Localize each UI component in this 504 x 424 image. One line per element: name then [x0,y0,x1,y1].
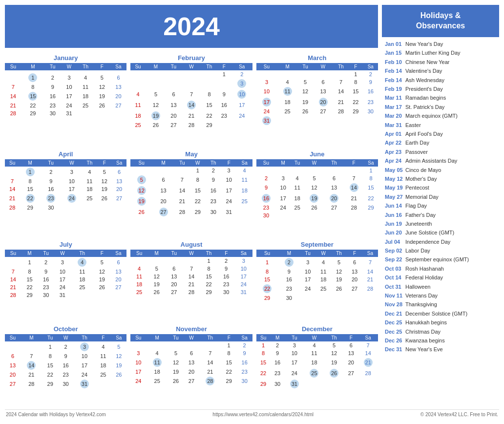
day-cell: 19 [331,276,347,283]
day-cell [271,389,285,391]
holiday-item: Jul 04Independence Day [384,237,497,246]
day-cell: 18 [71,276,94,283]
day-cell: 7 [183,265,200,273]
day-cell [200,296,218,298]
month-march: MarchSuMTuWThFSa123456789101112131415161… [256,53,378,145]
day-cell: 12 [94,268,110,276]
day-cell [190,217,206,219]
day-cell: 3 [130,349,146,357]
day-cell: 4 [130,265,148,273]
day-cell: 14 [5,185,20,193]
holiday-item: Oct 03Rosh Hashanah [384,264,497,273]
holiday-date: Oct 14 [385,274,403,281]
day-cell [112,204,126,212]
day-cell: 12 [298,86,313,97]
day-cell: 14 [334,86,348,97]
holiday-item: Sep 02Labor Day [384,247,497,255]
day-cell: 16 [58,360,74,371]
month-title: October [5,324,126,334]
day-cell [168,341,184,349]
footer-center: https://www.vertex42.com/calendars/2024.… [212,412,314,417]
day-cell: 18 [237,185,252,196]
day-cell: 24 [74,371,96,379]
day-cell: 26 [148,288,166,296]
day-cell: 25 [82,193,97,204]
day-cell [41,212,62,213]
month-july: JulySuMTuWThFSa1234567891011121314151617… [5,239,126,320]
day-cell: 29 [20,204,41,212]
day-cell: 13 [112,177,126,185]
day-cell [5,299,21,301]
day-cell: 12 [111,352,126,360]
day-cell: 16 [217,273,235,280]
day-cell: 9 [206,174,221,185]
day-cell: 23 [58,371,74,379]
day-cell: 17 [235,273,252,280]
day-cell: 11 [315,268,331,276]
holiday-name: Thanksgiving [405,301,437,308]
day-cell: 30 [363,107,378,115]
day-cell: 30 [58,379,74,389]
day-cell: 7 [358,341,378,349]
holiday-item: Dec 21December Solstice (GMT) [384,309,497,318]
day-cell: 2 [44,72,61,83]
day-cell: 6 [324,174,344,182]
day-cell: 3 [276,174,290,182]
day-cell: 22 [42,371,58,379]
holidays-header: Holidays &Observances [382,5,499,37]
holiday-item: Mar 31Easter [384,121,497,129]
day-cell: 31 [221,207,237,217]
holiday-item: Dec 31New Year's Eve [384,345,497,354]
day-cell: 1 [348,70,363,78]
day-cell [347,294,362,302]
day-cell: 11 [277,86,298,97]
day-cell: 11 [71,268,94,276]
day-cell: 27 [110,283,127,291]
holiday-date: Oct 31 [385,283,403,291]
day-cell: 9 [44,83,61,91]
day-cell: 28 [334,107,348,115]
day-cell: 10 [54,268,71,276]
day-cell: 16 [237,357,252,368]
day-cell [217,78,231,89]
day-cell: 31 [54,291,71,299]
day-cell [313,115,334,126]
day-cell: 27 [324,204,344,212]
day-cell: 24 [300,283,315,294]
day-cell [130,167,152,174]
holiday-date: Sep 02 [385,247,403,254]
holiday-date: Mar 17 [385,104,403,111]
day-cell [130,296,148,298]
day-cell: 7 [344,174,364,182]
day-cell [21,341,42,352]
day-cell: 31 [256,115,277,126]
holiday-name: Father's Day [405,212,436,219]
day-cell: 29 [21,109,44,117]
day-cell: 14 [199,357,221,368]
day-cell: 22 [221,368,237,376]
day-cell: 16 [41,185,62,193]
day-cell: 7 [199,349,221,357]
day-cell: 6 [344,341,358,349]
holiday-date: Apr 23 [385,148,403,156]
day-cell [94,109,110,117]
day-cell: 17 [62,185,83,193]
day-cell [344,379,358,389]
day-cell: 29 [200,288,218,296]
footer-right: © 2024 Vertex42 LLC. Free to Print. [420,412,498,417]
day-cell: 5 [298,78,313,86]
holiday-date: Dec 25 [385,328,403,336]
day-cell: 20 [112,185,126,193]
day-cell: 19 [298,97,313,107]
month-title: March [256,53,378,63]
day-cell: 18 [146,368,168,376]
day-cell: 15 [21,276,38,283]
month-title: July [5,239,126,250]
day-cell: 28 [21,379,42,389]
day-cell: 10 [61,83,78,91]
day-cell: 26 [168,376,184,386]
day-cell: 6 [110,72,127,83]
day-cell: 5 [111,341,126,352]
day-cell: 1 [20,167,41,177]
month-may: MaySuMTuWThFSa12345678910111213141516171… [130,149,252,235]
